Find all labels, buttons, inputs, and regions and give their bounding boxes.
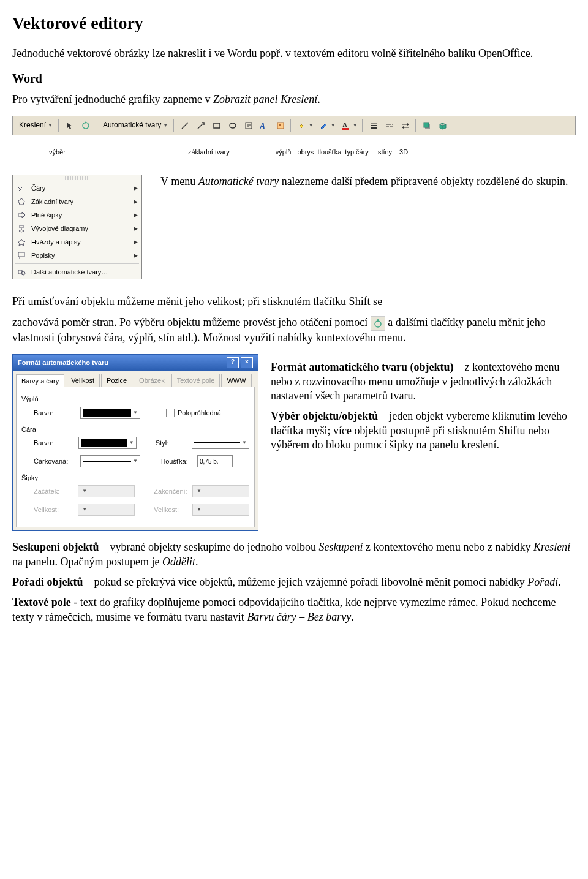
menu-item-cary[interactable]: Čáry ▶ — [13, 181, 141, 195]
format-dialog: Formát automatického tvaru ? × Barvy a č… — [12, 354, 258, 531]
label-tloustka: Tloušťka: — [160, 457, 194, 466]
menu-item-hvezdy[interactable]: Hvězdy a nápisy ▶ — [13, 235, 141, 249]
3d-button[interactable] — [435, 118, 450, 133]
fill-color-combo[interactable]: ▼ — [80, 407, 140, 419]
dash-combo[interactable]: ▼ — [80, 455, 140, 467]
callouts-icon — [17, 251, 26, 260]
draw-menu-button[interactable]: Kreslení ▼ — [16, 119, 56, 132]
basic-shapes-icon — [17, 197, 26, 206]
positioning-text-1: Při umísťování objektu můžeme měnit jeho… — [12, 295, 576, 309]
dialog-tabs: Barvy a čáry Velikost Pozice Obrázek Tex… — [13, 371, 258, 387]
tab-velikost[interactable]: Velikost — [66, 374, 100, 387]
line-weight-button[interactable] — [366, 118, 381, 133]
weight-spinner[interactable]: 0,75 b. — [197, 455, 233, 467]
svg-point-1 — [85, 122, 86, 124]
fill-color-button[interactable]: ▼ — [295, 118, 315, 133]
grouping-paragraph: Seskupení objektů – vybrané objekty sesk… — [12, 540, 576, 569]
arrow-button[interactable] — [194, 118, 208, 133]
stars-icon — [17, 237, 26, 247]
label-vyber: výběr — [49, 148, 66, 156]
label-zakonceni: Zakončení: — [154, 487, 189, 496]
chevron-down-icon: ▼ — [48, 123, 53, 129]
rectangle-button[interactable] — [209, 118, 224, 133]
svg-line-3 — [198, 124, 203, 129]
more-shapes-icon — [17, 267, 26, 277]
chevron-right-icon: ▶ — [134, 252, 138, 260]
svg-line-2 — [182, 123, 188, 129]
svg-point-5 — [230, 123, 236, 128]
label-stiny: stíny — [378, 148, 392, 156]
label-carkovana: Čárkovaná: — [34, 457, 77, 466]
line-color-combo[interactable]: ▼ — [78, 437, 136, 449]
label-barva-fill: Barva: — [34, 409, 77, 417]
positioning-text-2: zachovává poměr stran. Po výběru objektu… — [12, 315, 576, 345]
separator — [362, 119, 364, 132]
dialog-body: Výplň Barva: ▼ Poloprůhledná Čára Barva:… — [16, 387, 255, 527]
svg-rect-23 — [424, 123, 429, 127]
drawing-toolbar: Kreslení ▼ Automatické tvary ▼ A ▼ ▼ — [12, 116, 576, 135]
chevron-down-icon: ▼ — [309, 123, 314, 129]
line-style-combo[interactable]: ▼ — [192, 437, 249, 449]
line-button[interactable] — [178, 118, 192, 133]
chevron-down-icon: ▼ — [163, 123, 168, 129]
line-color-button[interactable]: ▼ — [317, 118, 337, 133]
section-vypln: Výplň — [21, 394, 249, 403]
menu-item-popisky[interactable]: Popisky ▶ — [13, 249, 141, 262]
svg-text:A: A — [342, 121, 347, 129]
arrow-style-button[interactable] — [398, 118, 413, 133]
section-sipky: Šipky — [21, 473, 249, 482]
select-arrow-button[interactable] — [62, 118, 77, 133]
oval-button[interactable] — [225, 118, 240, 133]
dash-style-button[interactable] — [382, 118, 397, 133]
menu-item-more[interactable]: Další automatické tvary… — [13, 265, 141, 279]
tab-www[interactable]: WWW — [221, 374, 251, 387]
chevron-right-icon: ▶ — [134, 212, 138, 219]
svg-rect-14 — [342, 128, 349, 130]
block-arrows-icon — [17, 210, 26, 220]
tab-barvy-cary[interactable]: Barvy a čáry — [16, 374, 64, 387]
label-vypln: výplň — [276, 148, 292, 156]
chevron-right-icon: ▶ — [134, 225, 138, 233]
svg-rect-4 — [214, 123, 220, 128]
separator — [290, 119, 292, 132]
svg-point-12 — [279, 124, 281, 126]
autoshapes-menu-button[interactable]: Automatické tvary ▼ — [100, 119, 171, 132]
tab-obrazek: Obrázek — [134, 374, 170, 387]
toolbar-label-row: výběr základní tvary výplň obrys tloušťk… — [12, 138, 576, 159]
font-color-button[interactable]: A ▼ — [339, 118, 360, 133]
rotate-button[interactable] — [78, 118, 93, 133]
wordart-button[interactable]: A — [257, 118, 272, 133]
page-title: Vektorové editory — [12, 12, 576, 34]
separator — [173, 119, 175, 132]
menu-divider — [15, 263, 139, 264]
svg-point-32 — [377, 319, 379, 322]
separator — [415, 119, 417, 132]
clipart-button[interactable] — [273, 118, 288, 133]
arrow-end-combo: ▼ — [192, 485, 249, 497]
close-button[interactable]: × — [241, 357, 253, 368]
menu-item-zakladni[interactable]: Základní tvary ▶ — [13, 195, 141, 208]
autoshapes-text: V menu Automatické tvary nalezneme další… — [160, 175, 568, 189]
label-zacatek: Začátek: — [34, 487, 74, 496]
dialog-titlebar[interactable]: Formát automatického tvaru ? × — [13, 355, 258, 371]
label-zakladni: základní tvary — [188, 148, 230, 156]
svg-point-31 — [375, 321, 381, 327]
chevron-right-icon: ▶ — [134, 239, 138, 246]
tab-pozice[interactable]: Pozice — [101, 374, 132, 387]
textbox-button[interactable] — [241, 118, 256, 133]
dialog-title: Formát automatického tvaru — [18, 358, 108, 367]
menu-item-sipky[interactable]: Plné šipky ▶ — [13, 208, 141, 222]
shadow-button[interactable] — [420, 118, 434, 133]
order-paragraph: Pořadí objektů – pokud se překrývá více … — [12, 575, 576, 589]
lines-icon — [17, 183, 26, 193]
svg-rect-26 — [20, 225, 23, 228]
menu-grip[interactable] — [65, 176, 89, 180]
label-tloustka: tloušťka — [317, 148, 341, 156]
intro-text: Jednoduché vektorové obrázky lze nakresl… — [12, 47, 576, 61]
help-button[interactable]: ? — [227, 357, 239, 368]
label-3d: 3D — [399, 148, 408, 156]
textbox-paragraph: Textové pole - text do grafiky doplňujem… — [12, 595, 576, 624]
menu-item-diagramy[interactable]: Vývojové diagramy ▶ — [13, 222, 141, 235]
label-typcary: typ čáry — [345, 148, 369, 156]
checkbox-polopruhledna[interactable]: Poloprůhledná — [166, 409, 221, 417]
